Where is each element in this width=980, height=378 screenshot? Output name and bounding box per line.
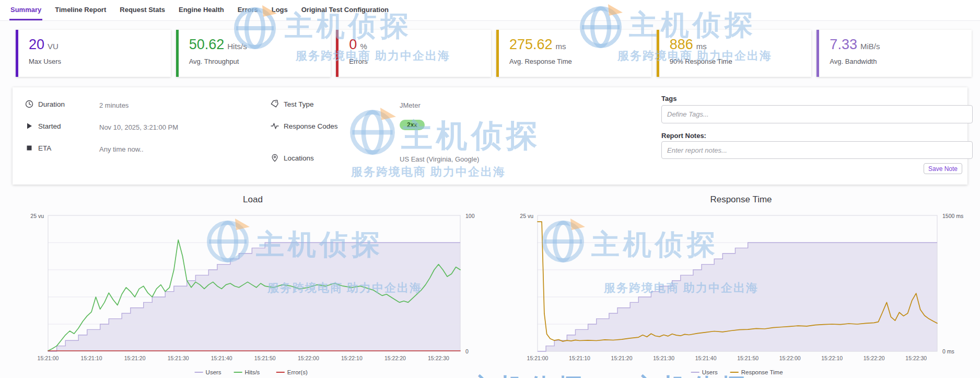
locations-value: US East (Virginia, Google) xyxy=(400,155,479,163)
kpi-unit: ms xyxy=(696,42,707,51)
x-tick-label: 15:22:20 xyxy=(864,355,885,361)
save-note-button[interactable]: Save Note xyxy=(924,163,962,174)
x-tick-label: 15:22:00 xyxy=(779,355,801,361)
kpi-value: 886 xyxy=(670,37,693,52)
started-row: Started xyxy=(25,122,61,130)
report-notes-input[interactable] xyxy=(661,141,973,159)
locations-label: Locations xyxy=(284,154,314,162)
x-tick-label: 15:22:10 xyxy=(341,355,363,361)
x-tick-label: 15:22:00 xyxy=(298,355,319,361)
legend-item-hits-s[interactable]: Hits/s xyxy=(234,369,260,375)
x-tick-label: 15:21:40 xyxy=(211,355,232,361)
kpi-errors: 0% Errors xyxy=(336,30,491,77)
locations-row: Locations xyxy=(271,154,314,162)
tag-icon xyxy=(271,100,279,108)
kpi-unit: ms xyxy=(556,42,566,51)
x-tick-label: 15:21:10 xyxy=(81,355,102,361)
svg-text:Response Time: Response Time xyxy=(741,369,783,375)
tab-timeline-report[interactable]: Timeline Report xyxy=(54,0,107,20)
kpi-90-response-time: 886ms 90% Response Time xyxy=(657,30,812,77)
x-tick-label: 15:21:00 xyxy=(38,355,59,361)
svg-text:Users: Users xyxy=(702,369,718,375)
x-tick-label: 15:21:30 xyxy=(653,355,674,361)
x-tick-label: 15:21:50 xyxy=(254,355,276,361)
legend-item-error-s-[interactable]: Error(s) xyxy=(276,369,308,375)
x-tick-label: 15:21:20 xyxy=(124,355,146,361)
kpi-value: 275.62 xyxy=(509,37,553,52)
tab-request-stats[interactable]: Request Stats xyxy=(119,0,166,20)
eta-row: ETA xyxy=(25,144,51,152)
tags-label: Tags xyxy=(661,95,676,102)
x-tick-label: 15:21:30 xyxy=(168,355,189,361)
kpi-value: 7.33 xyxy=(830,37,857,52)
right-axis-top-label: 100 xyxy=(465,213,475,219)
duration-value: 2 minutes xyxy=(99,101,129,109)
started-label: Started xyxy=(38,122,61,130)
kpi-label: Avg. Response Time xyxy=(509,58,643,65)
eta-value: Any time now.. xyxy=(99,145,144,153)
x-tick-label: 15:22:30 xyxy=(905,355,927,361)
load-chart: 15:21:0015:21:1015:21:2015:21:3015:21:40… xyxy=(13,208,493,376)
response-time-chart-panel: Response Time 15:21:0015:21:1015:21:2015… xyxy=(502,188,980,378)
test-type-value: JMeter xyxy=(400,101,421,109)
tab-engine-health[interactable]: Engine Health xyxy=(178,0,225,20)
kpi-max-users: 20VU Max Users xyxy=(16,30,171,77)
legend-item-response-time[interactable]: Response Time xyxy=(730,369,783,375)
x-tick-label: 15:21:20 xyxy=(611,355,633,361)
right-axis-bottom-label: 0 xyxy=(465,348,469,354)
kpi-unit: % xyxy=(360,42,367,51)
x-tick-label: 15:21:50 xyxy=(737,355,759,361)
kpi-label: Max Users xyxy=(29,58,162,65)
kpi-avg-response-time: 275.62ms Avg. Response Time xyxy=(496,30,651,77)
report-tabbar: Summary Timeline Report Request Stats En… xyxy=(0,0,980,21)
kpi-unit: VU xyxy=(48,42,59,51)
started-value: Nov 10, 2025, 3:21:00 PM xyxy=(99,123,178,131)
kpi-label: 90% Response Time xyxy=(670,58,803,65)
kpi-label: Errors xyxy=(349,58,483,65)
kpi-avg-throughput: 50.62Hits/s Avg. Throughput xyxy=(176,30,331,77)
right-axis-top-label: 1500 ms xyxy=(942,213,963,219)
load-chart-panel: Load 15:21:0015:21:1015:21:2015:21:3015:… xyxy=(13,188,493,378)
response-time-chart: 15:21:0015:21:1015:21:2015:21:3015:21:40… xyxy=(502,208,980,376)
tab-original-test-configuration[interactable]: Original Test Configuration xyxy=(300,0,390,20)
legend-item-users[interactable]: Users xyxy=(691,369,718,375)
svg-text:Error(s): Error(s) xyxy=(287,369,308,375)
eta-label: ETA xyxy=(38,144,51,152)
x-tick-label: 15:21:40 xyxy=(695,355,717,361)
test-type-label: Test Type xyxy=(284,100,314,108)
play-icon xyxy=(25,122,33,130)
x-tick-label: 15:22:30 xyxy=(428,355,449,361)
duration-row: Duration xyxy=(25,100,65,108)
kpi-value: 20 xyxy=(29,37,44,52)
kpi-value: 0 xyxy=(349,37,357,52)
response-code-2xx-badge: 2xx xyxy=(400,120,425,130)
x-tick-label: 15:21:10 xyxy=(569,355,590,361)
kpi-unit: Hits/s xyxy=(227,42,247,51)
tab-errors[interactable]: Errors xyxy=(237,0,259,20)
legend-item-users[interactable]: Users xyxy=(195,369,221,375)
kpi-label: Avg. Throughput xyxy=(189,58,323,65)
response-time-chart-title: Response Time xyxy=(502,193,980,206)
svg-text:Users: Users xyxy=(206,369,221,375)
test-summary-panel: Duration 2 minutes Started Nov 10, 2025,… xyxy=(13,87,967,185)
activity-pulse-icon xyxy=(271,122,279,130)
right-axis-bottom-label: 0 ms xyxy=(942,348,954,354)
location-pin-icon xyxy=(271,154,279,162)
left-axis-label: 25 vu xyxy=(30,213,44,219)
svg-text:Hits/s: Hits/s xyxy=(245,369,260,375)
tab-logs[interactable]: Logs xyxy=(271,0,289,20)
stop-icon xyxy=(25,144,33,152)
clock-icon xyxy=(25,100,33,108)
x-tick-label: 15:22:20 xyxy=(384,355,406,361)
left-axis-label: 25 vu xyxy=(520,213,533,219)
kpi-card-row: 20VU Max Users 50.62Hits/s Avg. Throughp… xyxy=(16,30,972,77)
duration-label: Duration xyxy=(38,100,65,108)
x-tick-label: 15:22:10 xyxy=(821,355,843,361)
tags-input[interactable] xyxy=(661,105,973,123)
kpi-label: Avg. Bandwidth xyxy=(830,58,963,65)
tab-summary[interactable]: Summary xyxy=(9,0,42,20)
response-codes-row: Response Codes xyxy=(271,122,338,130)
report-notes-label: Report Notes: xyxy=(661,132,706,140)
kpi-value: 50.62 xyxy=(189,37,225,52)
x-tick-label: 15:21:00 xyxy=(527,355,549,361)
